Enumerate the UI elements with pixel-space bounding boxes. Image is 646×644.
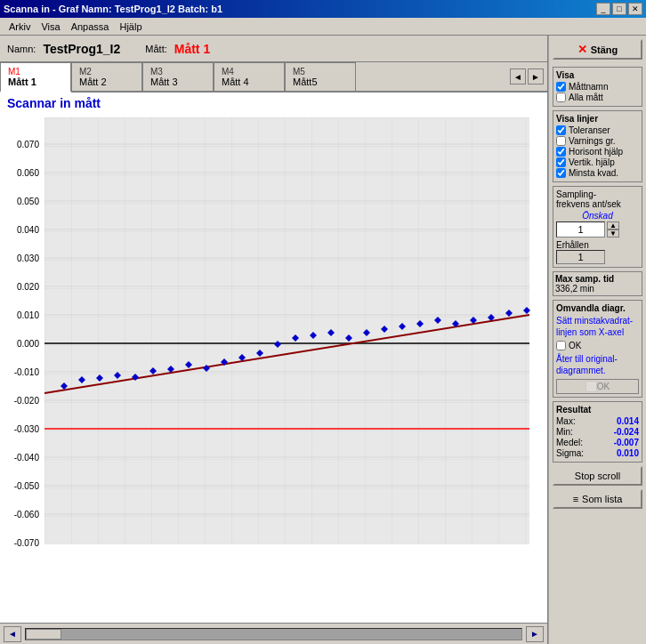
mattnamn-row[interactable]: Måttnamn xyxy=(556,82,639,92)
menu-arkiv[interactable]: Arkiv xyxy=(4,20,36,33)
tab-m5-name: Mått5 xyxy=(293,76,348,87)
toleranser-checkbox[interactable] xyxy=(556,125,566,135)
svg-text:0.070: 0.070 xyxy=(17,140,39,149)
maximize-button[interactable]: □ xyxy=(612,3,626,15)
scrollbar-track[interactable] xyxy=(25,628,522,640)
tab-m2-id: M2 xyxy=(79,67,134,76)
chart-svg: 0.070 0.060 0.050 0.040 0.030 0.020 0.01… xyxy=(0,117,547,601)
alla-matt-row[interactable]: Alla mått xyxy=(556,93,639,102)
name-bar: Namn: TestProg1_I2 Mått: Mått 1 xyxy=(0,36,547,62)
max-samp-label: Max samp. tid xyxy=(555,274,614,284)
onskad-spinner-row: ▲ ▼ xyxy=(556,221,639,237)
horisont-checkbox[interactable] xyxy=(556,147,566,157)
back-ok-label: OK xyxy=(597,382,610,391)
maat-value: Mått 1 xyxy=(174,42,210,56)
vertik-row[interactable]: Vertik. hjälp xyxy=(556,157,639,167)
onskad-label: Önskad xyxy=(556,211,639,221)
visa-linjer-section: Visa linjer Toleranser Varnings gr. Hori… xyxy=(553,110,642,182)
varnings-label: Varnings gr. xyxy=(569,136,616,146)
visa-linjer-title: Visa linjer xyxy=(556,114,639,124)
menu-visa[interactable]: Visa xyxy=(36,20,65,33)
varnings-row[interactable]: Varnings gr. xyxy=(556,136,639,146)
sampling-section: Sampling-frekvens ant/sek Önskad ▲ ▼ Erh… xyxy=(553,186,642,268)
window-title: Scanna in - Graf Namn: TestProg1_I2 Batc… xyxy=(4,4,222,14)
minska-checkbox[interactable] xyxy=(556,168,566,178)
resultat-medel-key: Medel: xyxy=(556,438,583,447)
svg-text:-0.010: -0.010 xyxy=(14,367,40,377)
tab-m1[interactable]: M1 Mått 1 xyxy=(0,62,71,93)
tabs-container: M1 Mått 1 M2 Mått 2 M3 Mått 3 M4 Mått 4 … xyxy=(0,62,547,93)
svg-text:0.040: 0.040 xyxy=(17,225,39,235)
tab-m3-name: Mått 3 xyxy=(150,76,206,87)
bottom-scrollbar[interactable]: ◄ ► xyxy=(0,623,547,644)
svg-text:0.000: 0.000 xyxy=(17,339,39,349)
maat-label: Mått: xyxy=(145,44,166,54)
mattnamn-checkbox[interactable] xyxy=(556,82,566,92)
minska-row[interactable]: Minsta kvad. xyxy=(556,168,639,178)
svg-rect-1 xyxy=(44,117,529,544)
back-text: Åter till original-diagrammet. xyxy=(556,353,639,376)
omvandla-ok-row[interactable]: OK xyxy=(556,341,639,350)
chart-title: Scannar in mått xyxy=(0,93,547,114)
tab-m5[interactable]: M5 Mått5 xyxy=(285,62,356,91)
title-bar: Scanna in - Graf Namn: TestProg1_I2 Batc… xyxy=(0,0,646,18)
svg-text:-0.050: -0.050 xyxy=(14,481,40,491)
minimize-button[interactable]: _ xyxy=(596,3,610,15)
tab-prev-button[interactable]: ◄ xyxy=(510,68,526,85)
close-button[interactable]: ✕ Stäng xyxy=(553,39,642,60)
menu-anpassa[interactable]: Anpassa xyxy=(66,20,115,33)
svg-text:-0.040: -0.040 xyxy=(14,453,40,463)
tab-m4-name: Mått 4 xyxy=(222,76,277,87)
svg-text:-0.030: -0.030 xyxy=(14,424,40,434)
tab-m3[interactable]: M3 Mått 3 xyxy=(142,62,214,91)
resultat-min-value: -0.024 xyxy=(614,427,639,437)
window-controls[interactable]: _ □ ✕ xyxy=(596,3,642,15)
varnings-checkbox[interactable] xyxy=(556,136,566,146)
toleranser-label: Toleranser xyxy=(569,125,610,135)
omvandla-text1: Sätt minstakvadrat-linjen som X-axel xyxy=(556,315,639,338)
spinner-buttons[interactable]: ▲ ▼ xyxy=(607,221,619,237)
left-panel: Namn: TestProg1_I2 Mått: Mått 1 M1 Mått … xyxy=(0,36,548,644)
tab-m4[interactable]: M4 Mått 4 xyxy=(214,62,285,91)
scroll-right-button[interactable]: ► xyxy=(526,626,544,642)
onskad-input[interactable] xyxy=(556,221,605,237)
vertik-checkbox[interactable] xyxy=(556,157,566,167)
omvandla-ok-label: OK xyxy=(569,341,581,350)
svg-text:0.020: 0.020 xyxy=(17,282,39,292)
svg-text:0.050: 0.050 xyxy=(17,197,39,206)
tab-m5-id: M5 xyxy=(293,67,348,76)
tab-navigation[interactable]: ◄ ► xyxy=(506,62,547,91)
max-samp-section: Max samp. tid 336,2 min xyxy=(553,271,642,296)
close-window-button[interactable]: ✕ xyxy=(628,3,642,15)
erhallen-value: 1 xyxy=(556,250,605,264)
scroll-left-button[interactable]: ◄ xyxy=(4,626,21,642)
alla-matt-checkbox[interactable] xyxy=(556,93,566,102)
sampling-title: Sampling-frekvens ant/sek xyxy=(556,189,639,209)
spinner-up-button[interactable]: ▲ xyxy=(607,221,619,229)
tab-m2[interactable]: M2 Mått 2 xyxy=(71,62,142,91)
spinner-down-button[interactable]: ▼ xyxy=(607,229,619,237)
menu-bar: Arkiv Visa Anpassa Hjälp xyxy=(0,18,646,36)
svg-text:0.010: 0.010 xyxy=(17,310,39,320)
scrollbar-thumb[interactable] xyxy=(26,629,61,640)
menu-hjalp[interactable]: Hjälp xyxy=(114,20,147,33)
omvandla-title: Omvandla diagr. xyxy=(556,303,639,313)
resultat-sigma-key: Sigma: xyxy=(556,448,584,458)
som-lista-label: Som lista xyxy=(582,494,622,504)
mattnamn-label: Måttnamn xyxy=(569,82,608,92)
toleranser-row[interactable]: Toleranser xyxy=(556,125,639,135)
list-icon: ≡ xyxy=(573,494,578,504)
svg-text:-0.070: -0.070 xyxy=(14,538,40,548)
svg-text:-0.020: -0.020 xyxy=(14,396,40,406)
max-samp-value: 336,2 min xyxy=(555,284,594,294)
close-x-icon: ✕ xyxy=(577,43,587,56)
resultat-min-key: Min: xyxy=(556,427,573,437)
stop-scroll-button[interactable]: Stop scroll xyxy=(553,466,642,486)
omvandla-checkbox[interactable] xyxy=(556,341,566,350)
tab-m1-name: Mått 1 xyxy=(8,76,63,87)
tab-next-button[interactable]: ► xyxy=(528,68,544,85)
back-checkbox xyxy=(585,381,597,392)
horisont-row[interactable]: Horisont hjälp xyxy=(556,147,639,157)
som-lista-button[interactable]: ≡ Som lista xyxy=(553,489,642,509)
svg-text:0.060: 0.060 xyxy=(17,168,39,178)
